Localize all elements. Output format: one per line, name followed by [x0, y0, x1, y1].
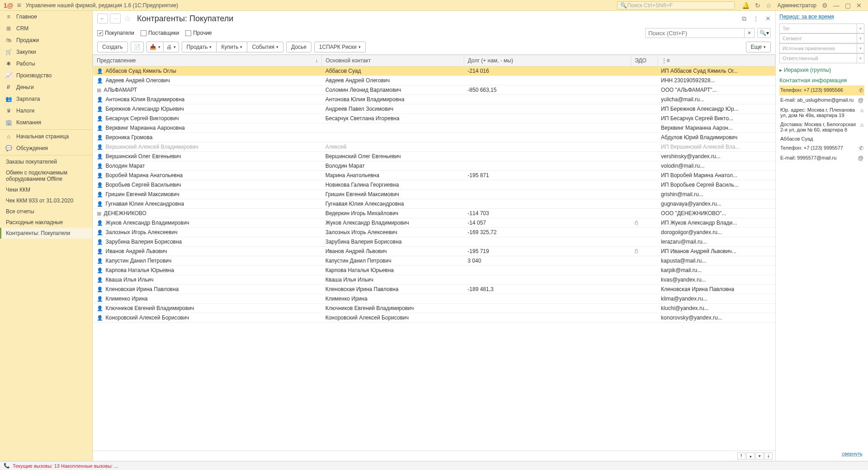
- hierarchy-link[interactable]: ▸Иерархия (группы): [779, 67, 864, 73]
- contact-item[interactable]: Доставка: Москва г, Белогорская 2-я ул, …: [779, 120, 864, 134]
- recent-item[interactable]: Чек ККМ 933 от 31.03.2020: [0, 195, 92, 206]
- table-row[interactable]: 👤Авдеев Андрей ОлеговичАвдеев Андрей Оле…: [93, 76, 775, 85]
- copy-button[interactable]: 📄: [131, 42, 144, 52]
- maximize-icon[interactable]: ▢: [845, 2, 851, 9]
- nav-item[interactable]: ✱Работы: [0, 58, 92, 70]
- nav-item[interactable]: 🛒Закупки: [0, 46, 92, 58]
- filter-others[interactable]: Прочие: [185, 30, 212, 36]
- more-button[interactable]: Еще▾: [746, 42, 771, 52]
- contact-item[interactable]: Телефон: +7 (123) 9995577✆: [779, 143, 864, 153]
- spark-button[interactable]: 1СПАРК Риски▾: [314, 42, 366, 52]
- star-icon[interactable]: ☆: [766, 2, 772, 9]
- nav-item[interactable]: 🏢Компания: [0, 117, 92, 128]
- global-search[interactable]: 🔍 Поиск Ctrl+Shift+F: [617, 1, 735, 9]
- table-row[interactable]: 👤Кваша Илья ИльичКваша Илья Ильичkvas@ya…: [93, 275, 775, 285]
- nav-item[interactable]: 💬Обсуждения: [0, 142, 92, 154]
- table-row[interactable]: 👤Антонова Юлия ВладимировнаАнтонова Юлия…: [93, 95, 775, 104]
- scroll-up-button[interactable]: ▴: [746, 452, 755, 460]
- load-button[interactable]: 📥▾: [146, 42, 164, 52]
- table-row[interactable]: 👤Вероника ГромоваАбдулов Юрий Владимиров…: [93, 133, 775, 142]
- contact-item[interactable]: E-mail: 9995577@mail.ru@: [779, 153, 864, 163]
- nav-item[interactable]: ≡Главное: [0, 11, 92, 23]
- recent-item[interactable]: Все отчеты: [0, 206, 92, 217]
- table-row[interactable]: 👤Кленовская Ирина ПавловнаКленовская Ири…: [93, 285, 775, 294]
- scroll-top-button[interactable]: ⤒: [737, 452, 745, 460]
- filter-select[interactable]: Сегмент▾: [779, 33, 864, 43]
- table-row[interactable]: 👤Вершинский Алексей ВладимировичАлексейИ…: [93, 142, 775, 152]
- favorite-button[interactable]: ☆: [123, 14, 132, 24]
- user-label[interactable]: Администратор: [777, 2, 816, 9]
- events-button[interactable]: События▾: [247, 42, 283, 52]
- table-row[interactable]: 👤Гугнавая Юлия АлександровнаГугнавая Юли…: [93, 199, 775, 209]
- close-icon[interactable]: ✕: [856, 2, 862, 9]
- list-search-input[interactable]: [645, 28, 745, 38]
- filter-select[interactable]: Источник привлечения▾: [779, 43, 864, 53]
- recent-item[interactable]: Заказы покупателей: [0, 156, 92, 167]
- filter-buyers[interactable]: ✔Покупатели: [97, 30, 134, 36]
- nav-item[interactable]: ₽Деньги: [0, 81, 92, 93]
- recent-item[interactable]: Обмен с подключаемым оборудованием Offli…: [0, 167, 92, 184]
- collapse-link[interactable]: свернуть: [779, 449, 864, 458]
- col-edo[interactable]: ЭДО: [631, 55, 657, 66]
- filter-select[interactable]: Тег▾: [779, 24, 864, 33]
- contact-item[interactable]: Телефон: +7 (123) 9995566✆: [779, 85, 864, 95]
- nav-item[interactable]: ⌂Начальная страница: [0, 131, 92, 142]
- table-row[interactable]: 👤Гришин Евгений МаксимовичГришин Евгений…: [93, 190, 775, 199]
- contact-item[interactable]: Юр. адрес: Москва г, Плеханова ул, дом №…: [779, 105, 864, 120]
- dossier-button[interactable]: Досье: [286, 42, 311, 52]
- col-representation[interactable]: Представление ↓: [93, 55, 322, 66]
- recent-item[interactable]: Контрагенты: Покупатели: [0, 228, 92, 239]
- table-row[interactable]: 👤Ключников Евгений ВладимировичКлючников…: [93, 304, 775, 313]
- scroll-bottom-button[interactable]: ⤓: [764, 452, 773, 460]
- nav-item[interactable]: ♛Налоги: [0, 105, 92, 117]
- table-row[interactable]: 👤Клименко ИринаКлименко Иринаklima@yande…: [93, 294, 775, 304]
- forward-button[interactable]: →: [110, 14, 121, 24]
- nav-item[interactable]: 📈Производство: [0, 70, 92, 81]
- table-row[interactable]: 👤Коноровский Алексей БорисовичКоноровски…: [93, 313, 775, 323]
- table-row[interactable]: 👤Бесарчук Сергей ВикторовичБесарчук Свет…: [93, 114, 775, 123]
- table-row[interactable]: ▦АЛЬФАМАРТСоломин Леонид Варламович-850 …: [93, 85, 775, 95]
- back-button[interactable]: ←: [97, 14, 108, 24]
- table-row[interactable]: 👤Зарубина Валерия БорисовнаЗарубина Вале…: [93, 237, 775, 247]
- nav-item[interactable]: ⊞CRM: [0, 23, 92, 34]
- main-menu-icon[interactable]: ≡: [17, 1, 21, 9]
- create-button[interactable]: Создать: [97, 42, 128, 52]
- table-row[interactable]: 👤Аббасов Суад Кямиль ОглыАббасов Суад-21…: [93, 66, 775, 76]
- contact-item[interactable]: Аббасов Суад: [779, 134, 864, 143]
- table-row[interactable]: 👤Верквинг Марианна АароновнаВерквинг Мар…: [93, 123, 775, 133]
- col-info[interactable]: ⋮≡: [657, 55, 775, 66]
- filter-select[interactable]: Ответственный▾: [779, 53, 864, 63]
- table-row[interactable]: 👤Воробьев Сергей ВасильевичНовикова Гали…: [93, 180, 775, 190]
- print-button[interactable]: 🖨▾: [163, 42, 179, 52]
- col-contact[interactable]: Основной контакт: [322, 55, 464, 66]
- bell-icon[interactable]: 🔔: [742, 2, 750, 9]
- table-row[interactable]: 👤Карпова Наталья ЮрьевнаКарпова Наталья …: [93, 266, 775, 275]
- buy-button[interactable]: Купить▾: [216, 42, 247, 52]
- table-row[interactable]: 👤Иванов Андрей ЛьвовичИванов Андрей Льво…: [93, 247, 775, 256]
- search-clear-button[interactable]: ×: [745, 28, 755, 38]
- close-tab-icon[interactable]: ✕: [765, 15, 771, 22]
- table-row[interactable]: ▦ДЕНЕЖНИКОВОВедеркин Игорь Михайлович-11…: [93, 209, 775, 218]
- recent-item[interactable]: Чеки ККМ: [0, 184, 92, 195]
- table-row[interactable]: 👤Воробей Марина АнатольевнаМарина Анатол…: [93, 171, 775, 180]
- nav-item[interactable]: 🛍Продажи: [0, 34, 92, 46]
- recent-item[interactable]: Расходные накладные: [0, 217, 92, 228]
- table-row[interactable]: 👤Вершинский Олег ЕвгеньевичВершинский Ол…: [93, 152, 775, 161]
- sell-button[interactable]: Продать▾: [182, 42, 217, 52]
- scroll-down-button[interactable]: ▾: [755, 452, 764, 460]
- search-go-button[interactable]: 🔍▾: [757, 28, 771, 38]
- table-row[interactable]: 👤Бережнов Александр ЮрьевичАндреев Павел…: [93, 104, 775, 114]
- settings-icon[interactable]: ⚙: [822, 2, 828, 9]
- col-debt[interactable]: Долг (+ нам, - мы): [464, 55, 631, 66]
- table-row[interactable]: 👤Капустин Данил ПетровичКапустин Данил П…: [93, 256, 775, 266]
- minimize-icon[interactable]: —: [833, 2, 840, 9]
- detach-icon[interactable]: ⧉: [742, 15, 746, 23]
- filter-suppliers[interactable]: Поставщики: [141, 30, 179, 36]
- history-icon[interactable]: ↻: [755, 2, 760, 9]
- more-icon[interactable]: ⋮: [753, 15, 759, 22]
- table-row[interactable]: 👤Залозных Игорь АлексеевичЗалозных Игорь…: [93, 228, 775, 237]
- period-link[interactable]: Период: за все время: [779, 14, 864, 20]
- contact-item[interactable]: E-mail: ab_uslugihome@gmail.ru@: [779, 95, 864, 105]
- nav-item[interactable]: 👥Зарплата: [0, 93, 92, 105]
- table-row[interactable]: 👤Жуков Александр ВладимировичЖуков Алекс…: [93, 218, 775, 228]
